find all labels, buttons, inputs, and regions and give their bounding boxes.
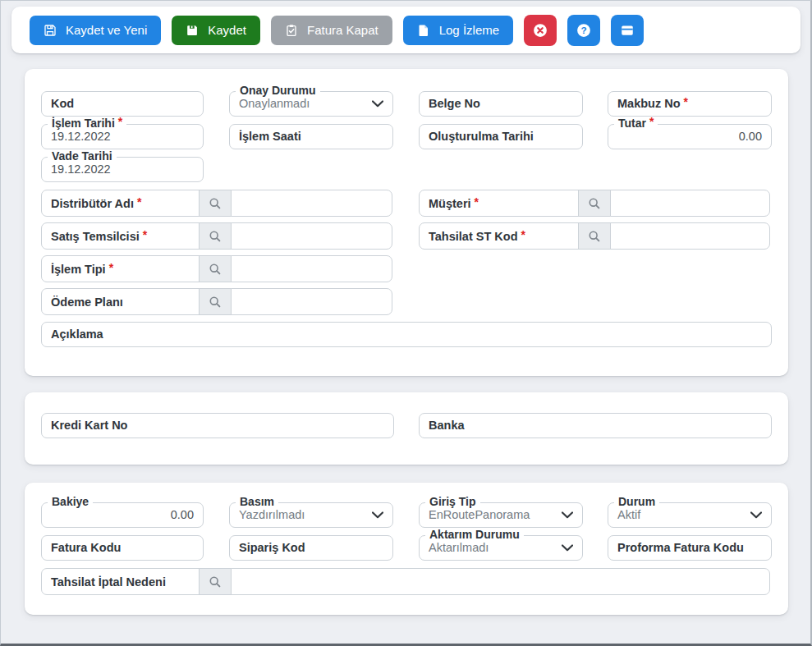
help-button[interactable]: ? — [567, 15, 600, 46]
required-asterisk: * — [137, 195, 141, 208]
log-view-button[interactable]: Log İzleme — [403, 16, 513, 45]
search-icon — [209, 575, 222, 589]
required-asterisk: * — [649, 115, 654, 128]
satis-temsilcisi-lookup: Satış Temsilcisi* — [41, 222, 392, 250]
satis-temsilcisi-label: Satış Temsilcisi* — [41, 222, 200, 250]
status-section-card: Bakiye 0.00 Basım Yazdırılmadı Giriş Tip… — [25, 483, 788, 615]
distributor-adi-search-button[interactable] — [199, 190, 232, 217]
required-asterisk: * — [109, 261, 113, 274]
tutar-label: Tutar* — [614, 117, 658, 129]
close-invoice-label: Fatura Kapat — [307, 23, 378, 37]
basim-select[interactable]: Basım Yazdırılmadı — [229, 502, 393, 528]
search-icon — [588, 197, 601, 210]
general-section-card: Kod Onay Durumu Onaylanmadı Belge No Mak… — [25, 69, 788, 376]
tahsilat-iptal-nedeni-input[interactable] — [231, 568, 770, 595]
olusturulma-tarihi-label: Oluşturulma Tarihi — [420, 125, 582, 149]
kredi-kart-no-label: Kredi Kart No — [42, 414, 393, 438]
tahsilat-st-kod-input[interactable] — [610, 222, 770, 250]
odeme-plani-search-button[interactable] — [199, 288, 232, 315]
kod-field[interactable]: Kod — [41, 91, 204, 117]
odeme-plani-label: Ödeme Planı — [41, 288, 200, 315]
islem-saati-label: İşlem Saati — [230, 125, 392, 149]
chevron-down-icon — [372, 511, 383, 519]
clipboard-check-icon — [285, 24, 298, 37]
save-icon — [186, 24, 199, 37]
musteri-input[interactable] — [610, 190, 770, 217]
required-asterisk: * — [143, 228, 147, 241]
window-button[interactable] — [611, 15, 644, 46]
search-icon — [209, 263, 222, 276]
giris-tip-select[interactable]: Giriş Tip EnRoutePanorama — [419, 502, 583, 528]
chevron-down-icon — [372, 100, 383, 108]
belge-no-label: Belge No — [420, 92, 582, 116]
durum-label: Durum — [614, 496, 659, 507]
required-asterisk: * — [684, 95, 688, 108]
tahsilat-iptal-nedeni-search-button[interactable] — [199, 568, 232, 595]
olusturulma-tarihi-field[interactable]: Oluşturulma Tarihi — [419, 124, 583, 149]
siparis-kod-field[interactable]: Sipariş Kod — [229, 535, 393, 561]
save-and-new-button[interactable]: Kaydet ve Yeni — [30, 16, 161, 45]
islem-tipi-search-button[interactable] — [199, 255, 232, 282]
chevron-down-icon — [750, 511, 762, 519]
search-icon — [588, 230, 601, 243]
vade-tarihi-field[interactable]: Vade Tarihi 19.12.2022 — [41, 157, 204, 182]
makbuz-no-label: Makbuz No* — [608, 92, 771, 116]
aktarim-durumu-select[interactable]: Aktarım Durumu Aktarılmadı — [419, 535, 583, 561]
search-icon — [209, 296, 222, 309]
chevron-down-icon — [562, 544, 573, 552]
required-asterisk: * — [521, 228, 525, 241]
distributor-adi-input[interactable] — [231, 190, 392, 217]
close-invoice-button[interactable]: Fatura Kapat — [271, 16, 392, 45]
tahsilat-st-kod-lookup: Tahsilat ST Kod* — [419, 222, 770, 250]
aciklama-label: Açıklama — [42, 323, 771, 346]
musteri-label: Müşteri* — [419, 190, 579, 217]
satis-temsilcisi-input[interactable] — [231, 222, 392, 250]
toolbar: Kaydet ve Yeni Kaydet Fatura Kapat — [11, 7, 801, 53]
basim-label: Basım — [236, 496, 278, 507]
musteri-lookup: Müşteri* — [419, 190, 770, 217]
aktarim-durumu-label: Aktarım Durumu — [425, 529, 524, 540]
onay-durumu-label: Onay Durumu — [236, 85, 320, 96]
proforma-fatura-kodu-field[interactable]: Proforma Fatura Kodu — [608, 535, 772, 561]
aciklama-field[interactable]: Açıklama — [41, 322, 772, 347]
tahsilat-iptal-nedeni-label: Tahsilat İptal Nedeni — [41, 568, 200, 595]
fatura-kodu-field[interactable]: Fatura Kodu — [41, 535, 204, 561]
search-icon — [209, 197, 222, 210]
cancel-button[interactable] — [524, 15, 557, 46]
kod-label: Kod — [42, 92, 203, 116]
bakiye-field[interactable]: Bakiye 0.00 — [41, 502, 204, 528]
musteri-search-button[interactable] — [578, 190, 611, 217]
tutar-field[interactable]: Tutar* 0.00 — [608, 124, 772, 149]
islem-saati-field[interactable]: İşlem Saati — [229, 124, 393, 149]
save-button[interactable]: Kaydet — [172, 16, 260, 45]
durum-select[interactable]: Durum Aktif — [608, 502, 772, 528]
kredi-kart-no-field[interactable]: Kredi Kart No — [41, 413, 394, 438]
islem-tarihi-label: İşlem Tarihi* — [48, 117, 126, 129]
onay-durumu-select[interactable]: Onay Durumu Onaylanmadı — [229, 91, 393, 117]
svg-text:?: ? — [580, 24, 586, 35]
giris-tip-label: Giriş Tip — [425, 496, 480, 507]
payment-section-card: Kredi Kart No Banka — [25, 392, 788, 465]
satis-temsilcisi-search-button[interactable] — [199, 222, 232, 250]
banka-label: Banka — [420, 414, 771, 438]
belge-no-field[interactable]: Belge No — [419, 91, 583, 117]
islem-tarihi-field[interactable]: İşlem Tarihi* 19.12.2022 — [41, 124, 204, 149]
file-icon — [417, 24, 430, 37]
question-circle-icon: ? — [576, 23, 591, 38]
save-and-new-label: Kaydet ve Yeni — [66, 23, 147, 37]
tahsilat-st-kod-search-button[interactable] — [578, 222, 611, 250]
makbuz-no-field[interactable]: Makbuz No* — [608, 91, 772, 117]
fatura-kodu-label: Fatura Kodu — [42, 536, 203, 560]
required-asterisk: * — [118, 115, 122, 128]
odeme-plani-lookup: Ödeme Planı — [41, 288, 392, 315]
chevron-down-icon — [562, 511, 573, 519]
distributor-adi-label: Distribütör Adı* — [41, 190, 200, 217]
islem-tipi-lookup: İşlem Tipi* — [41, 255, 392, 282]
window-icon — [620, 23, 635, 38]
odeme-plani-input[interactable] — [231, 288, 392, 315]
log-view-label: Log İzleme — [439, 23, 499, 37]
islem-tipi-input[interactable] — [231, 255, 392, 282]
search-icon — [209, 230, 222, 243]
banka-field[interactable]: Banka — [419, 413, 772, 438]
save-label: Kaydet — [208, 23, 246, 37]
